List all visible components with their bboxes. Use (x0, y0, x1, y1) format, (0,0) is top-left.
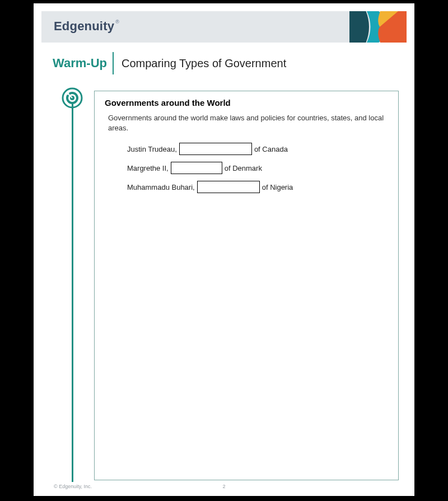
fill-after-text: of Denmark (225, 164, 262, 172)
fill-blank-row: Muhammadu Buhari, of Nigeria (127, 181, 388, 193)
fill-blank-row: Justin Trudeau, of Canada (127, 143, 388, 155)
brand-registered-mark: ® (115, 19, 119, 25)
fill-after-text: of Nigeria (262, 183, 293, 191)
section-divider (113, 52, 114, 74)
section-label: Warm-Up (53, 56, 107, 71)
fill-before-text: Muhammadu Buhari, (127, 183, 195, 191)
page-number: 2 (222, 484, 225, 489)
document-page: Edgenuity® Warm-Up Comparin (34, 3, 414, 496)
timeline-rail (72, 93, 73, 482)
fill-before-text: Margrethe II, (127, 164, 169, 172)
brand-logo-icon (349, 11, 407, 43)
section-title-row: Warm-Up Comparing Types of Government (53, 50, 414, 76)
panel-heading: Governments around the World (105, 98, 388, 107)
panel-intro-text: Governments around the world make laws a… (108, 113, 385, 133)
header-bar: Edgenuity® (41, 11, 407, 43)
fill-after-text: of Canada (254, 145, 288, 153)
blank-input[interactable] (171, 162, 222, 174)
fill-blank-row: Margrethe II, of Denmark (127, 162, 388, 174)
copyright-text: © Edgenuity, Inc. (54, 484, 92, 489)
fill-before-text: Justin Trudeau, (127, 145, 177, 153)
brand-logo-text: Edgenuity® (54, 19, 119, 34)
brand-name: Edgenuity (54, 19, 114, 33)
page-footer: © Edgenuity, Inc. 2 (34, 484, 414, 491)
section-topic: Comparing Types of Government (122, 57, 286, 70)
content-panel: Governments around the World Governments… (94, 91, 399, 480)
viewport: Edgenuity® Warm-Up Comparin (0, 0, 448, 501)
blank-input[interactable] (179, 143, 252, 155)
target-icon (62, 87, 83, 109)
blank-input[interactable] (197, 181, 260, 193)
